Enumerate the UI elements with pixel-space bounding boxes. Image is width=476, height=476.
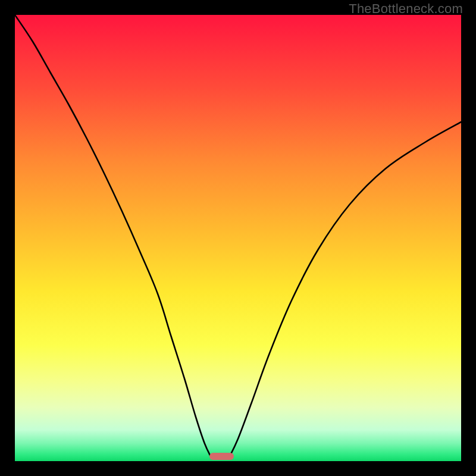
- watermark-text: TheBottleneck.com: [349, 1, 463, 17]
- outer-frame: TheBottleneck.com: [0, 0, 476, 476]
- bottleneck-marker: [209, 453, 234, 460]
- plot-area: [14, 14, 462, 462]
- bottleneck-curve: [15, 15, 461, 461]
